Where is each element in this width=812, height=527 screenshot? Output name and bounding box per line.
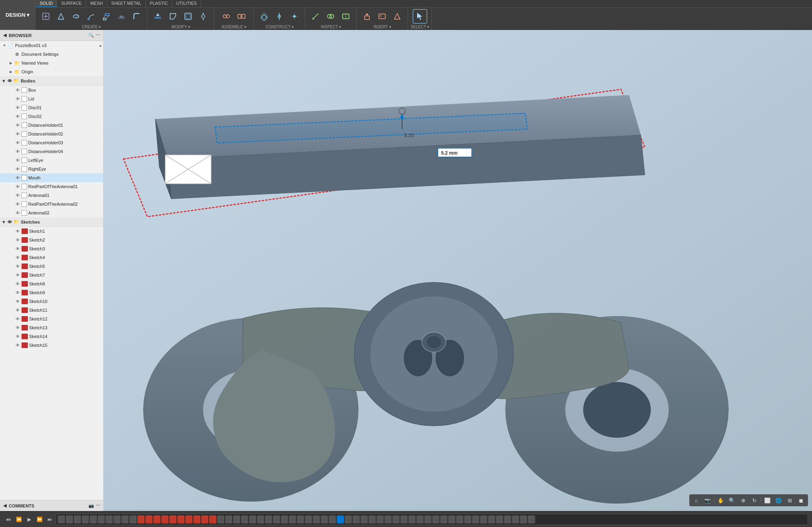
display-mode-btn[interactable]: ⬜ (763, 496, 772, 505)
timeline-step-1[interactable] (66, 515, 73, 523)
timeline-step-50[interactable] (456, 515, 463, 523)
origin-arrow[interactable]: ▶ (8, 70, 14, 74)
eye-icon[interactable]: 👁 (14, 255, 21, 260)
timeline-step-9[interactable] (129, 515, 137, 523)
timeline-step-37[interactable] (353, 515, 360, 523)
eye-icon[interactable]: 👁 (14, 290, 21, 295)
browser-body-rp-antenna01[interactable]: 👁 RedPartOfTheAntenna01 (0, 182, 103, 191)
timeline-step-36[interactable] (345, 515, 352, 523)
new-component-btn[interactable] (39, 9, 53, 24)
browser-body-box[interactable]: 👁 Box (0, 86, 103, 94)
browser-sketch-sketch13[interactable]: 👁 Sketch13 (0, 323, 103, 332)
timeline-step-48[interactable] (440, 515, 447, 523)
eye-icon[interactable]: 👁 (14, 132, 21, 136)
timeline-step-49[interactable] (448, 515, 455, 523)
browser-body-mouth[interactable]: 👁 Mouth (0, 173, 103, 182)
loft-btn[interactable] (99, 9, 114, 24)
tab-sheet-metal[interactable]: SHEET METAL (107, 0, 145, 7)
browser-sketch-sketch12[interactable]: 👁 Sketch12 (0, 315, 103, 323)
browser-sketch-sketch14[interactable]: 👁 Sketch14 (0, 332, 103, 341)
timeline-step-12[interactable] (153, 515, 161, 523)
shell-btn[interactable] (181, 9, 195, 24)
construct-label[interactable]: CONSTRUCT ▾ (254, 25, 305, 29)
browser-body-righteye[interactable]: 👁 RightEye (0, 165, 103, 173)
eye-icon[interactable]: 👁 (14, 105, 21, 110)
timeline-step-41[interactable] (384, 515, 392, 523)
timeline-step-42[interactable] (392, 515, 400, 523)
joint-btn[interactable] (219, 9, 233, 24)
eye-icon[interactable]: 👁 (14, 167, 21, 171)
timeline-step-27[interactable] (273, 515, 280, 523)
named-views-arrow[interactable]: ▶ (8, 61, 14, 65)
insert-derive-btn[interactable] (360, 9, 374, 24)
timeline-step-56[interactable] (504, 515, 511, 523)
interference-btn[interactable] (324, 9, 338, 24)
browser-doc-settings[interactable]: ⚙ Document Settings (0, 50, 103, 59)
press-pull-btn[interactable] (151, 9, 165, 24)
axis-btn[interactable] (272, 9, 286, 24)
eye-icon[interactable]: 👁 (14, 299, 21, 304)
eye-icon[interactable]: 👁 (14, 229, 21, 234)
chamfer-btn[interactable] (166, 9, 180, 24)
timeline-step-54[interactable] (488, 515, 495, 523)
browser-sketches-header[interactable]: ▼ 👁 📁 Sketches (0, 217, 103, 227)
zoom-fit-btn[interactable]: 🔍 (727, 496, 737, 505)
timeline-step-33[interactable] (321, 515, 328, 523)
timeline-step-17[interactable] (193, 515, 200, 523)
timeline-step-7[interactable] (114, 515, 121, 523)
timeline-step-24[interactable] (249, 515, 256, 523)
browser-sketch-sketch11[interactable]: 👁 Sketch11 (0, 306, 103, 315)
bodies-expand-arrow[interactable]: ▼ (2, 79, 6, 83)
timeline-step-39[interactable] (369, 515, 376, 523)
browser-bodies-header[interactable]: ▼ 👁 📁 Bodies (0, 76, 103, 86)
extrude-btn[interactable] (54, 9, 68, 24)
timeline-step-19[interactable] (209, 515, 216, 523)
section-btn[interactable] (339, 9, 353, 24)
timeline-step-15[interactable] (177, 515, 184, 523)
eye-icon[interactable]: 👁 (14, 158, 21, 163)
timeline-step-28[interactable] (281, 515, 288, 523)
hole-btn[interactable] (114, 9, 129, 24)
eye-icon[interactable]: 👁 (14, 264, 21, 269)
root-arrow[interactable]: ▼ (2, 43, 7, 47)
browser-named-views[interactable]: ▶ 📁 Named Views (0, 59, 103, 67)
timeline-step-43[interactable] (400, 515, 408, 523)
timeline-step-29[interactable] (289, 515, 296, 523)
tab-plastic[interactable]: PLASTIC (146, 0, 173, 7)
timeline-step-31[interactable] (305, 515, 312, 523)
eye-icon[interactable]: 👁 (14, 246, 21, 251)
timeline-step-4[interactable] (90, 515, 97, 523)
timeline-step-18[interactable] (201, 515, 208, 523)
timeline-step-40[interactable] (377, 515, 384, 523)
browser-body-dh02[interactable]: 👁 DistanceHolder02 (0, 130, 103, 138)
timeline-step-0[interactable] (58, 515, 65, 523)
timeline-step-25[interactable] (257, 515, 264, 523)
eye-icon[interactable]: 👁 (14, 202, 21, 206)
eye-icon[interactable]: 👁 (14, 334, 21, 339)
insert-svg-btn[interactable] (390, 9, 404, 24)
tab-utilities[interactable]: UTILITIES (172, 0, 201, 7)
timeline-step-16[interactable] (185, 515, 192, 523)
eye-icon[interactable]: 👁 (14, 238, 21, 242)
rigid-group-btn[interactable] (234, 9, 249, 24)
eye-icon[interactable]: 👁 (14, 123, 21, 128)
timeline-step-13[interactable] (161, 515, 169, 523)
viewport[interactable]: 5.20 5.2 mm ⋮ ⌂ 📷 ✋ 🔍 ⊕ ↻ ⬜ 🌐 ⊞ ◼ (104, 30, 812, 511)
browser-sketch-sketch3[interactable]: 👁 Sketch3 (0, 244, 103, 253)
eye-icon[interactable]: 👁 (14, 308, 21, 313)
timeline-step-21[interactable] (225, 515, 232, 523)
sketches-expand-arrow[interactable]: ▼ (2, 220, 6, 224)
eye-icon[interactable]: 👁 (14, 149, 21, 154)
timeline-step-30[interactable] (297, 515, 304, 523)
eye-icon[interactable]: 👁 (14, 114, 21, 119)
eye-icon[interactable]: 👁 (14, 140, 21, 145)
browser-body-disc01[interactable]: 👁 Disc01 (0, 103, 103, 112)
offset-plane-btn[interactable] (257, 9, 271, 24)
effects-btn[interactable]: ◼ (796, 496, 806, 505)
timeline-step-55[interactable] (496, 515, 503, 523)
tab-solid[interactable]: SOLID (35, 0, 57, 7)
comments-options-icon[interactable]: ⋯ (96, 503, 100, 508)
orbit-btn[interactable]: ↻ (749, 496, 759, 505)
timeline-step-11[interactable] (145, 515, 153, 523)
timeline-step-35[interactable] (337, 515, 344, 523)
